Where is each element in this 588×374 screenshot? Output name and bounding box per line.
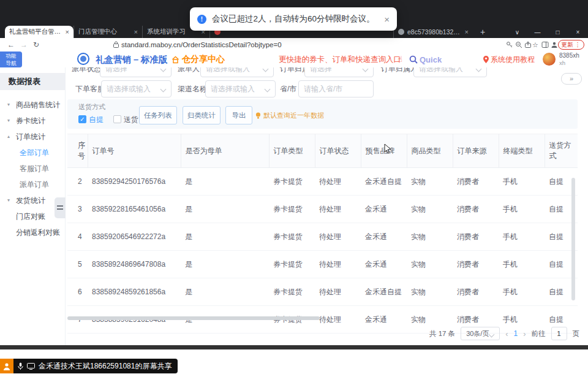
filter-select[interactable]: 请选择或输入	[200, 67, 274, 77]
window-chevron-icon[interactable]: ∨	[511, 29, 524, 36]
tab-close-icon[interactable]: ×	[66, 28, 69, 36]
table-cell: 6	[67, 278, 88, 306]
brand-logo-icon	[77, 53, 89, 65]
table-cell[interactable]: 实物	[407, 223, 453, 251]
window-minimize-icon[interactable]: —	[531, 29, 545, 36]
filter-placeholder: 请选择或输入	[107, 85, 151, 93]
page-size-select[interactable]: 30条/页	[461, 327, 500, 340]
tab-close-icon[interactable]: ×	[134, 28, 138, 36]
address-bar: ← → ↻ standard.maboy.cn/OrderStatisticsD…	[0, 38, 588, 52]
back-icon[interactable]: ←	[7, 38, 15, 52]
table-cell[interactable]: 实物	[407, 278, 453, 306]
browser-tab[interactable]: 门店管理中心×	[74, 26, 142, 38]
filter-input[interactable]: 请输入省/市	[298, 80, 374, 97]
user-avatar[interactable]	[543, 53, 556, 66]
filter-select[interactable]: 请选择或输入	[413, 67, 487, 77]
category-stats-button[interactable]: 归类统计	[183, 106, 221, 124]
window-close-icon[interactable]: ×	[571, 29, 585, 36]
sidebar-item[interactable]: ▾商品销售统计	[0, 97, 66, 113]
column-header: 订单类型	[269, 134, 315, 168]
forward-icon[interactable]: →	[20, 38, 28, 52]
sidebar-collapse-handle[interactable]	[55, 197, 66, 218]
new-tab-button[interactable]: +	[477, 27, 489, 38]
filter-select[interactable]: 请选择或输入	[101, 80, 172, 97]
vertical-scrollbar[interactable]	[571, 178, 575, 300]
prev-page-button[interactable]: ‹	[505, 329, 508, 338]
table-cell: 手机	[499, 196, 545, 223]
current-page[interactable]: 1	[513, 329, 518, 338]
table-cell: 3	[67, 196, 88, 223]
notification-close-icon[interactable]: ×	[384, 14, 390, 25]
checkbox-label[interactable]: 自提	[89, 112, 104, 127]
zoom-icon[interactable]	[515, 41, 522, 48]
user-name: 8385xh xh	[559, 52, 579, 67]
table-cell: 券卡提货	[269, 168, 315, 196]
reload-icon[interactable]: ↻	[33, 38, 39, 52]
sidebar-item[interactable]: 全部订单	[0, 145, 66, 161]
checkbox-unchecked[interactable]	[113, 115, 121, 123]
table-cell[interactable]: 实物	[407, 251, 453, 278]
table-cell: 2	[67, 168, 88, 196]
sidebar-item[interactable]: 派单订单	[0, 177, 66, 193]
magnifier-icon	[409, 55, 418, 64]
browser-menu-icon[interactable]: ⋮	[575, 40, 581, 49]
window-restore-icon[interactable]: □	[551, 29, 565, 36]
filter-label: 下单客服	[75, 80, 105, 97]
filter-placeholder: 请选择或输入	[206, 67, 250, 73]
share-center-label: 仓分享中心	[182, 54, 225, 65]
export-button[interactable]: 导出	[225, 106, 252, 124]
share-icon[interactable]	[524, 41, 532, 48]
horizontal-scrollbar[interactable]	[67, 316, 320, 320]
table-cell[interactable]: 实物	[407, 196, 453, 223]
quick-search-link[interactable]: Quick	[409, 52, 442, 67]
page-size-value: 30条/页	[466, 330, 489, 337]
profile-icon[interactable]	[551, 41, 558, 48]
share-center-link[interactable]: 仓分享中心	[172, 52, 225, 67]
task-list-button[interactable]: 任务列表	[139, 106, 177, 124]
url-text[interactable]: standard.maboy.cn/OrderStatisticsDetail?…	[121, 38, 282, 52]
lock-icon	[113, 41, 119, 48]
sidebar-item[interactable]: 分销返利对账	[0, 224, 66, 240]
sidebar-item[interactable]: ▾券卡统计	[0, 113, 66, 129]
table-cell: 金禾通自提	[361, 168, 407, 196]
browser-tab[interactable]: 礼盒营销平台管理中心×	[5, 26, 74, 38]
key-icon[interactable]	[506, 41, 513, 48]
update-button[interactable]: 更新 ⋮	[558, 40, 585, 50]
filter-select[interactable]: 请选择	[100, 67, 172, 77]
pagination: 共 17 条 30条/页 ‹ 1 › 前往 1 页	[429, 326, 579, 341]
sidebar-item[interactable]: ▴订单统计	[0, 129, 66, 145]
function-nav-toggle[interactable]: 功能 导航	[0, 52, 22, 67]
checkbox-checked[interactable]: ✓	[78, 115, 86, 123]
meeting-notification: ! 会议已超过2人，自动转为60分钟限时会议。 ×	[190, 7, 397, 31]
pointing-hand-icon: ☝	[398, 52, 402, 67]
filter-select[interactable]: 请选择	[304, 67, 374, 77]
screen: 礼盒营销平台管理中心×门店管理中心×系统培训学习×e8c573980b1328a…	[0, 0, 588, 374]
filter-select[interactable]: 请选择或输入	[205, 80, 276, 97]
table-row: 283859294250176576a是券卡提货待处理金禾通自提实物消费者手机自…	[67, 168, 578, 196]
side-panel-icon[interactable]	[541, 41, 549, 48]
tab-close-icon[interactable]: ×	[465, 28, 469, 36]
table-cell: 消费者	[453, 196, 499, 223]
expand-filters-button[interactable]: »	[561, 73, 582, 85]
checkbox-label[interactable]: 送货	[124, 112, 138, 127]
bookmark-star-icon[interactable]: ☆	[532, 38, 538, 52]
table-cell[interactable]: 实物	[407, 168, 453, 196]
user-name-main: 8385xh	[559, 52, 579, 59]
goto-page-input[interactable]: 1	[551, 327, 567, 340]
filter-label: 订单归属方	[381, 67, 418, 77]
query-tip: 默认查询近一年数据	[255, 111, 324, 120]
table-cell: 券卡提货	[269, 251, 315, 278]
table-cell: 券卡提货	[269, 196, 315, 223]
table-cell: 待处理	[315, 306, 361, 334]
table-cell: 手机	[499, 223, 545, 251]
sidebar-item-label: 分销返利对账	[16, 224, 60, 240]
sidebar-item[interactable]: 客服订单	[0, 161, 66, 177]
chevron-down-icon	[265, 86, 271, 93]
table-cell: 金禾通	[361, 306, 407, 334]
filter-label: 渠道名称	[178, 80, 207, 97]
next-page-button[interactable]: ›	[523, 329, 526, 338]
browser-tab[interactable]: e8c573980b1328a258fd2e6...×	[393, 26, 473, 38]
query-tip-text: 默认查询近一年数据	[263, 111, 324, 120]
table-cell: 是	[181, 278, 269, 306]
tutorial-link[interactable]: 系统使用教程	[483, 52, 535, 67]
